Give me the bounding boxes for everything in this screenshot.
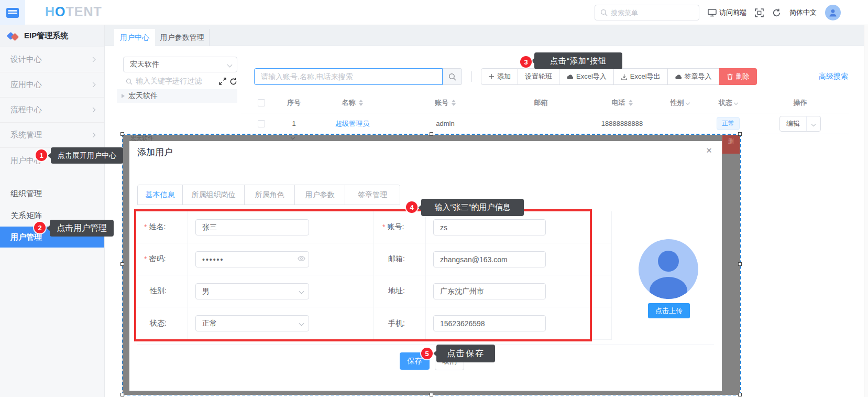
- refresh-icon[interactable]: [229, 78, 237, 85]
- callout-badge-4: 4: [406, 201, 417, 213]
- user-table: 序号 名称 账号 邮箱 电话 性别 状态 操作 1: [241, 92, 849, 134]
- search-submit-button[interactable]: [443, 68, 462, 85]
- mobile-field[interactable]: [433, 315, 546, 331]
- col-account[interactable]: 账号: [398, 92, 492, 113]
- edit-dropdown-toggle[interactable]: [807, 120, 820, 127]
- selection-handle[interactable]: [738, 262, 742, 266]
- filter-chevron-icon[interactable]: [734, 100, 738, 104]
- app-logo: HOTENT: [45, 4, 102, 19]
- excel-export-button[interactable]: Excel导出: [614, 68, 668, 85]
- account-field[interactable]: [433, 219, 546, 235]
- sidebar-item-flow-center[interactable]: 流程中心: [0, 98, 104, 123]
- modal-tabs: 基本信息 所属组织岗位 所属角色 用户参数 签章管理: [137, 185, 400, 205]
- modal-footer-divider: [137, 345, 714, 345]
- table-header-row: 序号 名称 账号 邮箱 电话 性别 状态 操作: [241, 92, 849, 113]
- refresh-icon[interactable]: [772, 8, 781, 17]
- user-search-box[interactable]: [254, 68, 443, 85]
- col-gender[interactable]: 性别: [655, 92, 705, 113]
- modal-tab-basic-info[interactable]: 基本信息: [138, 185, 183, 205]
- edit-button[interactable]: 编辑: [779, 116, 821, 132]
- callout-badge-5: 5: [421, 348, 433, 359]
- chevron-down-icon: [299, 321, 304, 326]
- user-search-input[interactable]: [261, 72, 436, 81]
- tab-user-param-mgmt[interactable]: 用户参数管理: [155, 29, 210, 46]
- sidebar-item-label: 应用中心: [10, 80, 42, 90]
- sort-icon[interactable]: [629, 100, 633, 106]
- account-label: *账号:: [373, 211, 425, 243]
- email-field[interactable]: [433, 251, 546, 267]
- gender-select[interactable]: 男: [195, 283, 309, 299]
- visit-frontend-button[interactable]: 访问前端: [708, 8, 746, 17]
- search-icon: [600, 9, 608, 16]
- form-row-4: 状态: 正常 手机:: [137, 307, 611, 339]
- menu-search-input[interactable]: [611, 9, 689, 17]
- modal-tab-org-position[interactable]: 所属组织岗位: [183, 185, 245, 205]
- email-label: 邮箱:: [373, 243, 425, 275]
- chevron-right-icon: [91, 108, 96, 113]
- selection-handle[interactable]: [120, 393, 124, 396]
- org-select-value: 宏天软件: [130, 60, 159, 69]
- delete-button[interactable]: 删除: [719, 68, 757, 85]
- status-select[interactable]: 正常: [195, 315, 309, 331]
- set-shift-button[interactable]: 设置轮班: [518, 68, 559, 85]
- upload-avatar-button[interactable]: 点击上传: [648, 303, 690, 318]
- plus-icon: [488, 73, 495, 80]
- person-icon: [828, 8, 838, 17]
- sidebar-item-system-mgmt[interactable]: 系统管理: [0, 123, 104, 148]
- modal-tab-user-params[interactable]: 用户参数: [295, 185, 345, 205]
- address-field[interactable]: [433, 283, 546, 299]
- name-label: *姓名:: [137, 211, 188, 243]
- selection-handle[interactable]: [738, 393, 742, 396]
- expand-icon[interactable]: [219, 78, 226, 85]
- col-actions: 操作: [794, 98, 807, 108]
- advanced-search-link[interactable]: 高级搜索: [819, 72, 848, 81]
- col-index: 序号: [287, 98, 301, 108]
- selection-handle[interactable]: [738, 132, 742, 136]
- modal-tab-signature[interactable]: 签章管理: [345, 185, 400, 205]
- col-status[interactable]: 状态: [705, 92, 752, 113]
- selection-handle[interactable]: [120, 132, 124, 136]
- col-name[interactable]: 名称: [306, 92, 398, 113]
- selection-handle[interactable]: [120, 262, 124, 266]
- fullscreen-icon[interactable]: [755, 8, 764, 17]
- excel-export-label: Excel导出: [630, 72, 661, 81]
- page-scrollbar[interactable]: [864, 25, 868, 397]
- row-checkbox[interactable]: [258, 120, 265, 127]
- callout-tip-4: 输入“张三”的用户信息: [421, 199, 524, 216]
- status-label: 状态:: [137, 307, 188, 339]
- sidebar-toggle-button[interactable]: [0, 0, 25, 25]
- sidebar-subitem-org-mgmt[interactable]: 组织管理: [0, 183, 104, 205]
- modal-tab-roles[interactable]: 所属角色: [245, 185, 295, 205]
- header-actions: 访问前端 简体中文: [595, 0, 841, 25]
- tab-user-center[interactable]: 用户中心: [114, 29, 155, 46]
- tree-node-label: 宏天软件: [128, 91, 158, 101]
- sort-icon[interactable]: [359, 100, 363, 106]
- language-switcher[interactable]: 简体中文: [789, 8, 817, 17]
- address-label: 地址:: [373, 275, 425, 307]
- user-name-link[interactable]: 超级管理员: [335, 119, 369, 128]
- modal-title: 添加用户: [137, 146, 173, 158]
- password-field[interactable]: [195, 251, 309, 267]
- tree-filter-placeholder[interactable]: 输入关键字进行过滤: [136, 77, 216, 86]
- user-avatar[interactable]: [825, 5, 841, 20]
- sidebar-item-design-center[interactable]: 设计中心: [0, 47, 104, 72]
- select-all-checkbox[interactable]: [258, 99, 265, 106]
- system-title-label: EIP管理系统: [24, 31, 68, 41]
- col-phone[interactable]: 电话: [589, 92, 655, 113]
- org-select[interactable]: 宏天软件: [123, 57, 237, 72]
- modal-close-button[interactable]: ×: [706, 145, 712, 156]
- add-button[interactable]: 添加: [481, 68, 518, 85]
- tree-node-root[interactable]: 宏天软件: [117, 89, 237, 103]
- sort-icon[interactable]: [452, 100, 456, 106]
- sidebar-item-app-center[interactable]: 应用中心: [0, 72, 104, 98]
- form-row-2: *密码: 邮箱:: [137, 243, 611, 275]
- name-field[interactable]: [195, 219, 309, 235]
- menu-search-box[interactable]: [595, 5, 699, 20]
- signature-import-button[interactable]: 签章导入: [668, 68, 719, 85]
- filter-chevron-icon[interactable]: [685, 100, 689, 104]
- excel-import-button[interactable]: Excel导入: [559, 68, 614, 85]
- selection-handle[interactable]: [430, 132, 433, 136]
- search-icon: [448, 73, 456, 81]
- eye-icon[interactable]: [298, 255, 305, 263]
- selection-handle[interactable]: [430, 393, 433, 396]
